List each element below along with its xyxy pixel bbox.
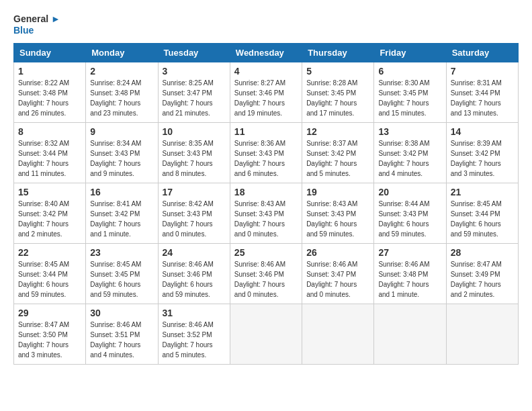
calendar-day-cell: 12Sunrise: 8:37 AMSunset: 3:42 PMDayligh… — [302, 122, 374, 183]
day-info: Sunrise: 8:36 AMSunset: 3:43 PMDaylight:… — [234, 138, 298, 179]
calendar-week-row: 15Sunrise: 8:40 AMSunset: 3:42 PMDayligh… — [14, 183, 519, 243]
day-info: Sunrise: 8:27 AMSunset: 3:46 PMDaylight:… — [234, 78, 298, 118]
calendar-header-sunday: Sunday — [14, 43, 86, 62]
calendar-day-cell — [230, 304, 302, 364]
calendar-day-cell: 22Sunrise: 8:45 AMSunset: 3:44 PMDayligh… — [14, 243, 86, 304]
day-number: 26 — [306, 247, 369, 258]
day-info: Sunrise: 8:32 AMSunset: 3:44 PMDaylight:… — [18, 138, 81, 179]
day-info: Sunrise: 8:45 AMSunset: 3:45 PMDaylight:… — [90, 259, 153, 300]
day-info: Sunrise: 8:39 AMSunset: 3:42 PMDaylight:… — [451, 138, 514, 179]
calendar-header-friday: Friday — [374, 43, 446, 62]
calendar-day-cell: 31Sunrise: 8:46 AMSunset: 3:52 PMDayligh… — [158, 304, 230, 364]
calendar-day-cell: 8Sunrise: 8:32 AMSunset: 3:44 PMDaylight… — [14, 122, 86, 183]
day-number: 19 — [306, 187, 369, 197]
calendar-header-saturday: Saturday — [446, 43, 518, 62]
day-number: 2 — [90, 66, 153, 77]
day-info: Sunrise: 8:41 AMSunset: 3:42 PMDaylight:… — [90, 199, 153, 239]
day-info: Sunrise: 8:44 AMSunset: 3:43 PMDaylight:… — [378, 199, 441, 239]
day-number: 27 — [378, 247, 441, 258]
day-info: Sunrise: 8:46 AMSunset: 3:46 PMDaylight:… — [163, 259, 226, 300]
day-number: 4 — [234, 66, 298, 77]
logo-text-block: General ► Blue — [13, 13, 60, 36]
day-number: 11 — [234, 126, 298, 137]
day-number: 8 — [18, 126, 81, 137]
day-info: Sunrise: 8:46 AMSunset: 3:51 PMDaylight:… — [90, 320, 153, 360]
day-info: Sunrise: 8:46 AMSunset: 3:47 PMDaylight:… — [306, 259, 369, 300]
calendar-day-cell — [302, 304, 374, 364]
day-info: Sunrise: 8:22 AMSunset: 3:48 PMDaylight:… — [18, 78, 81, 118]
logo: General ► Blue — [13, 13, 60, 36]
calendar-header-monday: Monday — [86, 43, 158, 62]
calendar-day-cell: 1Sunrise: 8:22 AMSunset: 3:48 PMDaylight… — [14, 62, 86, 122]
calendar-day-cell: 14Sunrise: 8:39 AMSunset: 3:42 PMDayligh… — [446, 122, 518, 183]
day-info: Sunrise: 8:34 AMSunset: 3:43 PMDaylight:… — [90, 138, 153, 179]
day-info: Sunrise: 8:31 AMSunset: 3:44 PMDaylight:… — [451, 78, 514, 118]
calendar-day-cell: 24Sunrise: 8:46 AMSunset: 3:46 PMDayligh… — [158, 243, 230, 304]
calendar-day-cell: 7Sunrise: 8:31 AMSunset: 3:44 PMDaylight… — [446, 62, 518, 122]
day-info: Sunrise: 8:37 AMSunset: 3:42 PMDaylight:… — [306, 138, 369, 179]
day-number: 7 — [451, 66, 514, 77]
calendar-header-tuesday: Tuesday — [158, 43, 230, 62]
calendar-header-wednesday: Wednesday — [230, 43, 302, 62]
day-info: Sunrise: 8:47 AMSunset: 3:50 PMDaylight:… — [18, 320, 81, 360]
day-number: 17 — [163, 187, 226, 197]
day-number: 31 — [163, 308, 226, 318]
day-info: Sunrise: 8:47 AMSunset: 3:49 PMDaylight:… — [451, 259, 514, 300]
day-info: Sunrise: 8:45 AMSunset: 3:44 PMDaylight:… — [18, 259, 81, 300]
day-info: Sunrise: 8:46 AMSunset: 3:48 PMDaylight:… — [378, 259, 441, 300]
calendar-day-cell: 30Sunrise: 8:46 AMSunset: 3:51 PMDayligh… — [86, 304, 158, 364]
calendar-day-cell: 2Sunrise: 8:24 AMSunset: 3:48 PMDaylight… — [86, 62, 158, 122]
calendar-day-cell: 23Sunrise: 8:45 AMSunset: 3:45 PMDayligh… — [86, 243, 158, 304]
day-info: Sunrise: 8:30 AMSunset: 3:45 PMDaylight:… — [378, 78, 441, 118]
calendar-day-cell: 20Sunrise: 8:44 AMSunset: 3:43 PMDayligh… — [374, 183, 446, 243]
calendar-day-cell: 5Sunrise: 8:28 AMSunset: 3:45 PMDaylight… — [302, 62, 374, 122]
calendar-day-cell — [374, 304, 446, 364]
day-info: Sunrise: 8:25 AMSunset: 3:47 PMDaylight:… — [163, 78, 226, 118]
day-info: Sunrise: 8:43 AMSunset: 3:43 PMDaylight:… — [306, 199, 369, 239]
day-number: 12 — [306, 126, 369, 137]
calendar-day-cell: 4Sunrise: 8:27 AMSunset: 3:46 PMDaylight… — [230, 62, 302, 122]
day-number: 24 — [163, 247, 226, 258]
day-info: Sunrise: 8:28 AMSunset: 3:45 PMDaylight:… — [306, 78, 369, 118]
calendar-day-cell: 17Sunrise: 8:42 AMSunset: 3:43 PMDayligh… — [158, 183, 230, 243]
calendar-day-cell: 26Sunrise: 8:46 AMSunset: 3:47 PMDayligh… — [302, 243, 374, 304]
calendar-day-cell: 6Sunrise: 8:30 AMSunset: 3:45 PMDaylight… — [374, 62, 446, 122]
day-number: 22 — [18, 247, 81, 258]
day-number: 10 — [163, 126, 226, 137]
day-number: 14 — [451, 126, 514, 137]
day-number: 5 — [306, 66, 369, 77]
day-number: 1 — [18, 66, 81, 77]
calendar-week-row: 1Sunrise: 8:22 AMSunset: 3:48 PMDaylight… — [14, 62, 519, 122]
day-info: Sunrise: 8:35 AMSunset: 3:43 PMDaylight:… — [163, 138, 226, 179]
calendar-header-row: SundayMondayTuesdayWednesdayThursdayFrid… — [14, 43, 519, 62]
day-number: 29 — [18, 308, 81, 318]
day-number: 16 — [90, 187, 153, 197]
calendar-table: SundayMondayTuesdayWednesdayThursdayFrid… — [13, 43, 519, 365]
day-number: 13 — [378, 126, 441, 137]
calendar-day-cell: 16Sunrise: 8:41 AMSunset: 3:42 PMDayligh… — [86, 183, 158, 243]
day-number: 9 — [90, 126, 153, 137]
day-info: Sunrise: 8:43 AMSunset: 3:43 PMDaylight:… — [234, 199, 298, 239]
calendar-week-row: 8Sunrise: 8:32 AMSunset: 3:44 PMDaylight… — [14, 122, 519, 183]
page-header: General ► Blue — [13, 13, 519, 36]
calendar-day-cell: 29Sunrise: 8:47 AMSunset: 3:50 PMDayligh… — [14, 304, 86, 364]
calendar-day-cell: 21Sunrise: 8:45 AMSunset: 3:44 PMDayligh… — [446, 183, 518, 243]
calendar-day-cell: 28Sunrise: 8:47 AMSunset: 3:49 PMDayligh… — [446, 243, 518, 304]
calendar-day-cell: 10Sunrise: 8:35 AMSunset: 3:43 PMDayligh… — [158, 122, 230, 183]
calendar-day-cell: 19Sunrise: 8:43 AMSunset: 3:43 PMDayligh… — [302, 183, 374, 243]
calendar-day-cell — [446, 304, 518, 364]
calendar-day-cell: 15Sunrise: 8:40 AMSunset: 3:42 PMDayligh… — [14, 183, 86, 243]
calendar-day-cell: 18Sunrise: 8:43 AMSunset: 3:43 PMDayligh… — [230, 183, 302, 243]
calendar-day-cell: 27Sunrise: 8:46 AMSunset: 3:48 PMDayligh… — [374, 243, 446, 304]
day-number: 28 — [451, 247, 514, 258]
day-number: 15 — [18, 187, 81, 197]
calendar-day-cell: 25Sunrise: 8:46 AMSunset: 3:46 PMDayligh… — [230, 243, 302, 304]
calendar-day-cell: 9Sunrise: 8:34 AMSunset: 3:43 PMDaylight… — [86, 122, 158, 183]
day-info: Sunrise: 8:24 AMSunset: 3:48 PMDaylight:… — [90, 78, 153, 118]
calendar-week-row: 29Sunrise: 8:47 AMSunset: 3:50 PMDayligh… — [14, 304, 519, 364]
day-number: 25 — [234, 247, 298, 258]
day-info: Sunrise: 8:45 AMSunset: 3:44 PMDaylight:… — [451, 199, 514, 239]
day-number: 30 — [90, 308, 153, 318]
calendar-header-thursday: Thursday — [302, 43, 374, 62]
day-info: Sunrise: 8:38 AMSunset: 3:42 PMDaylight:… — [378, 138, 441, 179]
